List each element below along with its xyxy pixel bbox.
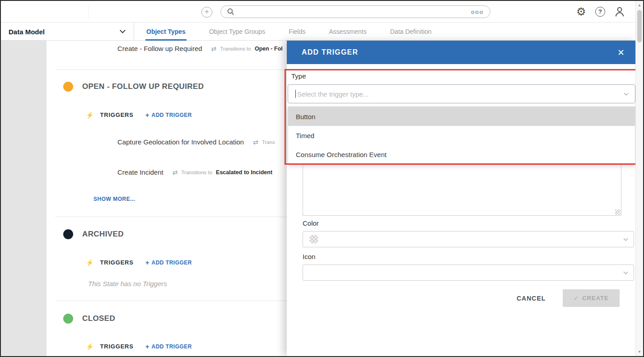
transitions-icon: ⇄: [173, 169, 178, 176]
chevron-down-icon: [624, 91, 629, 95]
state-header-archived: ARCHIVED: [63, 229, 124, 239]
modal-header: ADD TRIGGER ✕: [287, 41, 637, 64]
add-trigger-button[interactable]: + ADD TRIGGER: [145, 111, 192, 119]
plus-icon: +: [145, 343, 149, 350]
trigger-name: Create Incident: [117, 168, 163, 176]
quick-add-button[interactable]: +: [201, 7, 212, 18]
type-options-dropdown: Button Timed Consume Orchestration Event: [288, 107, 635, 164]
cancel-button[interactable]: CANCEL: [517, 295, 546, 302]
tab-assessments[interactable]: Assessments: [329, 23, 367, 41]
create-label: CREATE: [582, 295, 608, 301]
triggers-label: TRIGGERS: [100, 111, 133, 118]
triggers-label: TRIGGERS: [100, 343, 133, 350]
description-textarea[interactable]: [303, 164, 621, 216]
transitions-icon: ⇄: [211, 45, 217, 52]
transition-target: Escalated to Incident: [216, 169, 272, 176]
user-icon[interactable]: [614, 6, 625, 18]
top-bar: + ooo ⚙ ?: [1, 1, 635, 23]
add-trigger-button[interactable]: + ADD TRIGGER: [145, 343, 192, 350]
icon-label: Icon: [303, 253, 315, 260]
divider: [88, 5, 89, 18]
nav-bar: Data Model Object Types Object Type Grou…: [1, 23, 635, 41]
tab-data-definition[interactable]: Data Definition: [390, 23, 432, 41]
option-button[interactable]: Button: [288, 107, 635, 126]
text-cursor: [295, 90, 296, 98]
tab-fields[interactable]: Fields: [289, 23, 305, 41]
show-more-link[interactable]: SHOW MORE...: [93, 196, 135, 202]
add-trigger-modal: ADD TRIGGER ✕ Type Select the trigger ty…: [287, 41, 637, 356]
global-search[interactable]: ooo: [220, 5, 490, 18]
transitions-label: Transitions to: [220, 46, 251, 51]
triggers-label: TRIGGERS: [100, 259, 133, 266]
transitions-icon: ⇄: [253, 139, 258, 146]
add-trigger-label: ADD TRIGGER: [152, 343, 192, 350]
triggers-section-open: ⚡ TRIGGERS + ADD TRIGGER: [86, 111, 192, 119]
option-consume-orchestration-event[interactable]: Consume Orchestration Event: [288, 145, 635, 164]
resize-handle[interactable]: [615, 209, 621, 215]
state-name: CLOSED: [82, 314, 115, 323]
transparent-swatch: [309, 235, 318, 244]
app-window: + ooo ⚙ ? Data Model Object Types Object…: [0, 0, 644, 357]
data-model-label: Data Model: [9, 28, 45, 36]
type-select[interactable]: Select the trigger type...: [288, 84, 635, 103]
lightning-icon: ⚡: [86, 259, 93, 266]
create-button[interactable]: ✓ CREATE: [563, 289, 620, 307]
page-body: Create - Follow up Required ⇄ Transition…: [1, 41, 643, 356]
left-rail: [1, 41, 47, 356]
plus-icon: +: [145, 259, 149, 266]
tab-bar: Object Types Object Type Groups Fields A…: [146, 23, 432, 41]
state-color-dot: [63, 314, 73, 324]
search-icon: [227, 8, 234, 15]
data-model-selector[interactable]: Data Model: [1, 23, 134, 41]
trigger-row[interactable]: Create Incident ⇄ Transitions to Escalat…: [117, 168, 272, 176]
state-color-dot: [63, 82, 73, 92]
add-trigger-label: ADD TRIGGER: [152, 260, 192, 266]
check-icon: ✓: [574, 295, 579, 301]
type-placeholder: Select the trigger type...: [297, 90, 369, 98]
transition-target: Open - Fol: [255, 46, 283, 52]
transitions-label: Transitions to: [181, 170, 212, 175]
icon-select[interactable]: [303, 264, 634, 281]
color-label: Color: [303, 219, 319, 227]
triggers-section-closed: ⚡ TRIGGERS + ADD TRIGGER: [86, 343, 192, 350]
transition-row[interactable]: Create - Follow up Required ⇄ Transition…: [117, 45, 283, 52]
chevron-down-icon: [624, 236, 628, 241]
color-select[interactable]: [303, 231, 634, 247]
scrollbar-thumb[interactable]: [637, 10, 642, 42]
plus-icon: +: [145, 111, 149, 119]
add-trigger-button[interactable]: + ADD TRIGGER: [145, 259, 192, 266]
search-input[interactable]: [238, 9, 467, 15]
option-timed[interactable]: Timed: [288, 126, 635, 145]
scroll-down-arrow[interactable]: ▼: [636, 350, 643, 354]
lightning-icon: ⚡: [86, 343, 93, 350]
close-icon[interactable]: ✕: [617, 47, 625, 58]
tab-object-type-groups[interactable]: Object Type Groups: [209, 23, 265, 41]
scroll-up-arrow[interactable]: ▲: [636, 3, 643, 7]
transition-name: Create - Follow up Required: [117, 45, 202, 52]
transitions-label: Trans: [262, 139, 275, 145]
vertical-scrollbar[interactable]: ▲ ▼: [635, 1, 643, 356]
no-triggers-message: This State has no Triggers: [88, 280, 167, 287]
state-header-closed: CLOSED: [63, 314, 115, 324]
help-icon[interactable]: ?: [595, 7, 605, 17]
more-options-icon[interactable]: ooo: [471, 9, 484, 15]
type-label: Type: [291, 72, 306, 80]
trigger-row[interactable]: Capture Geolocation for Involved Locatio…: [117, 138, 279, 146]
trigger-name: Capture Geolocation for Involved Locatio…: [117, 138, 244, 146]
gear-icon[interactable]: ⚙: [576, 5, 586, 18]
state-header-open: OPEN - FOLLOW UP REQUIRED: [63, 82, 204, 92]
add-trigger-label: ADD TRIGGER: [152, 112, 192, 118]
chevron-down-icon: [120, 28, 126, 33]
lightning-icon: ⚡: [86, 111, 93, 119]
tab-object-types[interactable]: Object Types: [146, 23, 186, 41]
modal-title: ADD TRIGGER: [302, 48, 358, 56]
triggers-section-archived: ⚡ TRIGGERS + ADD TRIGGER: [86, 259, 192, 266]
state-name: OPEN - FOLLOW UP REQUIRED: [82, 82, 204, 91]
state-name: ARCHIVED: [82, 230, 124, 239]
chevron-down-icon: [624, 269, 628, 274]
state-color-dot: [63, 229, 73, 239]
